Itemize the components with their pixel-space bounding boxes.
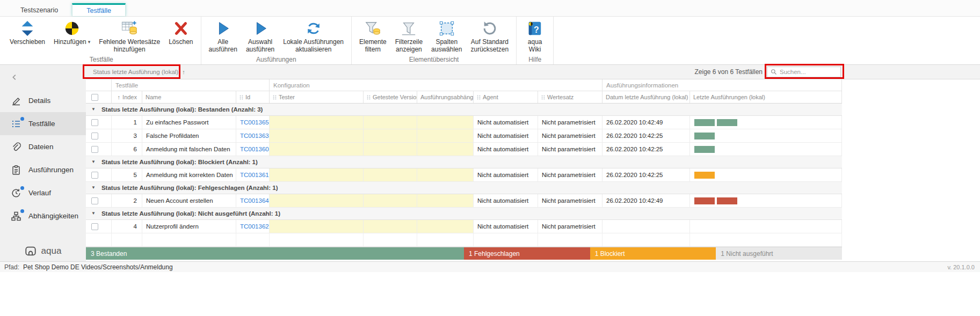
empty-row <box>86 233 842 247</box>
id-cell: TC001360 <box>236 143 270 156</box>
checkbox-cell <box>86 168 112 181</box>
lokale-ausfuehrungen-aktualisieren-button[interactable]: Lokale Ausführungen aktualisieren <box>279 18 348 54</box>
sidebar-item-dateien[interactable]: Dateien <box>0 135 86 158</box>
band-header-ausfuehrungsinformationen: Ausführungsinformationen <box>602 79 842 91</box>
testcase-row-tc001362[interactable]: 4Nutzerprofil ändernTC001362Nicht automa… <box>86 220 842 233</box>
execution-bar-blocked <box>694 172 715 179</box>
column-header-getestete-version[interactable]: Getestete Version <box>364 91 417 103</box>
column-header-ausfuehrungsabhaeng[interactable]: Ausführungsabhäng <box>417 91 474 103</box>
collapse-arrow-icon: ▼ <box>91 211 96 216</box>
auf-standard-zuruecksetzen-button[interactable]: Auf Standard zurücksetzen <box>466 18 513 54</box>
row-checkbox[interactable] <box>91 119 98 126</box>
testcase-row-tc001365[interactable]: 1Zu einfaches PasswortTC001365Nicht auto… <box>86 116 842 129</box>
summary-segment-passed: 3 Bestanden <box>86 247 464 260</box>
group-header-row[interactable]: ▼Status letzte Ausführung (lokal): Block… <box>86 156 842 168</box>
group-header-row[interactable]: ▼Status letzte Ausführung (lokal): Besta… <box>86 104 842 116</box>
column-handle-icon <box>477 95 481 100</box>
path-value: Pet Shop Demo DE Videos/Screenshots/Anme… <box>23 263 173 271</box>
tester-cell <box>270 194 364 207</box>
last-execution-date-cell: 26.02.2020 10:42:49 <box>602 194 690 207</box>
index-cell: 6 <box>112 143 142 156</box>
testcase-id-link[interactable]: TC001363 <box>240 133 269 139</box>
sidebar-item-details[interactable]: Details <box>0 89 86 112</box>
column-header-datum-letzte-ausfuehrung-lokal[interactable]: Datum letzte Ausführung (lokal) <box>602 91 690 103</box>
testcase-row-tc001364[interactable]: 2Neuen Account erstellenTC001364Nicht au… <box>86 194 842 208</box>
auswahl-ausfuehren-button[interactable]: Auswahl ausführen <box>242 18 279 54</box>
grid-toolbar: Status letzte Ausführung (lokal) ↑ Zeige… <box>86 65 980 79</box>
tab-testfaelle[interactable]: Testfälle <box>72 3 126 16</box>
sidebar-item-ausfuehrungen[interactable]: Ausführungen <box>0 158 86 181</box>
testcase-id-link[interactable]: TC001364 <box>240 197 269 204</box>
testcase-id-link[interactable]: TC001361 <box>240 172 269 178</box>
agent-cell: Nicht automatisiert <box>474 220 538 233</box>
ribbon-group-label-ausfuehrungen: Ausführungen <box>205 55 349 64</box>
column-header-name[interactable]: Name <box>142 91 236 103</box>
search-box[interactable] <box>767 67 841 77</box>
column-handle-icon <box>541 95 545 100</box>
sidebar-item-verlauf[interactable]: Verlauf <box>0 181 86 204</box>
tab-testszenario[interactable]: Testszenario <box>6 3 72 16</box>
edit-icon <box>11 95 21 106</box>
alle-ausfuehren-button[interactable]: Alle ausführen <box>205 18 242 54</box>
testcase-id-link[interactable]: TC001365 <box>240 119 269 126</box>
row-checkbox[interactable] <box>91 172 98 179</box>
name-cell: Zu einfaches Passwort <box>142 116 236 129</box>
summary-segment-blocked: 1 Blockiert <box>590 247 716 260</box>
aqua-logo-text: aqua <box>41 246 62 256</box>
select-columns-icon <box>439 20 455 36</box>
ribbon-group-label-testfaelle: Testfälle <box>5 55 198 64</box>
search-input[interactable] <box>780 69 837 75</box>
verschieben-button[interactable]: Verschieben <box>5 18 49 46</box>
testcase-row-tc001363[interactable]: 3Falsche ProfildatenTC001363Nicht automa… <box>86 129 842 143</box>
group-header-row[interactable]: ▼Status letzte Ausführung (lokal): Nicht… <box>86 208 842 220</box>
id-cell: TC001361 <box>236 168 270 181</box>
row-checkbox[interactable] <box>91 133 98 139</box>
aqua-wiki-button[interactable]: ?aqua Wiki <box>520 18 550 54</box>
executions-icon <box>11 165 21 175</box>
checkbox-cell <box>86 194 112 207</box>
run-selection-icon <box>252 20 268 36</box>
column-header-letzte-ausfuehrungen-lokal[interactable]: Letzte Ausführungen (lokal) <box>690 91 842 103</box>
row-checkbox[interactable] <box>91 146 98 153</box>
name-cell: Nutzerprofil ändern <box>142 220 236 233</box>
sidebar-item-abhaengigkeiten[interactable]: Abhängigkeiten <box>0 204 86 227</box>
filterzeile-anzeigen-button[interactable]: Filterzeile anzeigen <box>391 18 427 54</box>
sidebar-item-testfaelle[interactable]: Testfälle <box>0 112 86 135</box>
dependency-cell <box>417 220 474 233</box>
sidebar-collapse-button[interactable] <box>0 65 86 89</box>
spalten-auswaehlen-button[interactable]: Spalten auswählen <box>427 18 466 54</box>
row-checkbox[interactable] <box>91 197 98 204</box>
ribbon-group-testfaelle: VerschiebenHinzufügen▾Fehlende Wertesätz… <box>2 17 201 64</box>
column-handle-icon <box>273 95 277 100</box>
testcase-id-link[interactable]: TC001360 <box>240 146 269 152</box>
tester-cell <box>270 116 364 129</box>
column-header-agent[interactable]: Agent <box>474 91 538 103</box>
version-cell <box>364 168 417 181</box>
column-header-index[interactable]: ↑Index <box>112 91 142 103</box>
testcases-grid: TestfälleKonfigurationAusführungsinforma… <box>86 79 842 260</box>
select-all-checkbox[interactable] <box>91 94 98 101</box>
column-header-id[interactable]: Id <box>236 91 270 103</box>
agent-cell: Nicht automatisiert <box>474 143 538 156</box>
elemente-filtern-button[interactable]: Elemente filtern <box>355 18 391 54</box>
group-header-row[interactable]: ▼Status letzte Ausführung (lokal): Fehlg… <box>86 182 842 194</box>
app-window: TestszenarioTestfälle VerschiebenHinzufü… <box>0 0 980 316</box>
history-icon <box>11 188 21 199</box>
last-executions-cell <box>690 168 842 181</box>
loeschen-button[interactable]: Löschen <box>164 18 197 46</box>
dependency-cell <box>417 143 474 156</box>
checkbox-cell <box>86 143 112 156</box>
testcase-row-tc001360[interactable]: 6Anmeldung mit falschen DatenTC001360Nic… <box>86 143 842 156</box>
column-header-wertesatz[interactable]: Wertesatz <box>538 91 602 103</box>
id-cell: TC001363 <box>236 129 270 142</box>
version-cell <box>364 143 417 156</box>
row-checkbox[interactable] <box>91 223 98 230</box>
fehlende-wertesaetze-hinzufuegen-button[interactable]: Fehlende Wertesätze hinzufügen <box>95 18 164 54</box>
move-icon <box>19 20 35 36</box>
index-cell: 2 <box>112 194 142 207</box>
hinzufuegen-button[interactable]: Hinzufügen▾ <box>49 18 95 46</box>
testcase-id-link[interactable]: TC001362 <box>240 223 269 230</box>
testcase-row-tc001361[interactable]: 5Anmeldung mit korrekten DatenTC001361Ni… <box>86 168 842 182</box>
groupby-chip[interactable]: Status letzte Ausführung (lokal) ↑ <box>93 69 185 75</box>
column-header-tester[interactable]: Tester <box>270 91 364 103</box>
